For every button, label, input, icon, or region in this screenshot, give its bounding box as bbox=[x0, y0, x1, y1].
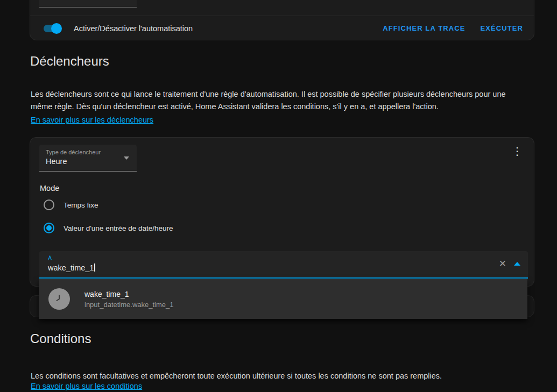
trigger-type-select[interactable]: Type de déclencheur Heure bbox=[39, 145, 137, 172]
clock-icon bbox=[48, 288, 70, 310]
suggestion-title: wake_time_1 bbox=[84, 290, 174, 298]
toggle-thumb bbox=[51, 23, 62, 34]
at-entity-input-label: À bbox=[48, 255, 521, 261]
radio-option-label: Valeur d'une entrée de date/heure bbox=[64, 224, 173, 232]
automation-mode-select[interactable] bbox=[39, 0, 137, 8]
conditions-learn-more-link[interactable]: En savoir plus sur les conditions bbox=[31, 382, 142, 390]
radio-option-label: Temps fixe bbox=[64, 201, 98, 209]
enable-automation-label: Activer/Désactiver l'automatisation bbox=[74, 24, 193, 33]
suggestion-texts: wake_time_1 input_datetime.wake_time_1 bbox=[84, 290, 174, 309]
text-caret bbox=[94, 263, 95, 272]
radio-option-datetime-entity[interactable]: Valeur d'une entrée de date/heure bbox=[40, 223, 173, 233]
conditions-description: Les conditions sont facultatives et empê… bbox=[31, 370, 521, 382]
entity-suggestion-dropdown: wake_time_1 input_datetime.wake_time_1 bbox=[39, 279, 527, 319]
chevron-up-icon[interactable] bbox=[514, 262, 520, 266]
show-trace-button[interactable]: Afficher la trace bbox=[383, 24, 465, 32]
triggers-section-title: Déclencheurs bbox=[30, 54, 109, 69]
enable-automation-row: Activer/Désactiver l'automatisation Affi… bbox=[30, 16, 534, 41]
conditions-section-title: Conditions bbox=[30, 331, 91, 346]
radio-icon bbox=[44, 223, 54, 233]
chevron-down-icon bbox=[124, 156, 129, 160]
triggers-description: Les déclencheurs sont ce qui lance le tr… bbox=[31, 88, 521, 113]
radio-option-fixed-time[interactable]: Temps fixe bbox=[40, 199, 98, 210]
mode-label: Mode bbox=[40, 184, 59, 193]
run-button[interactable]: Exécuter bbox=[480, 24, 523, 32]
at-entity-input-value: wake_time_1 bbox=[48, 263, 94, 272]
suggestion-subtitle: input_datetime.wake_time_1 bbox=[84, 301, 174, 309]
trigger-card: Type de déclencheur Heure ⋮ Mode Temps f… bbox=[30, 137, 534, 287]
radio-icon bbox=[44, 199, 54, 210]
automation-header-card: Activer/Désactiver l'automatisation Affi… bbox=[30, 0, 534, 40]
header-actions: Afficher la trace Exécuter bbox=[383, 24, 523, 32]
at-entity-input[interactable]: À wake_time_1 ✕ bbox=[39, 251, 528, 279]
trigger-type-select-label: Type de déclencheur bbox=[46, 149, 130, 155]
kebab-menu-icon[interactable]: ⋮ bbox=[509, 142, 526, 160]
triggers-learn-more-link[interactable]: En savoir plus sur les déclencheurs bbox=[31, 116, 153, 124]
trigger-type-select-value: Heure bbox=[46, 157, 130, 166]
entity-suggestion-item[interactable]: wake_time_1 input_datetime.wake_time_1 bbox=[39, 279, 527, 319]
clear-icon[interactable]: ✕ bbox=[499, 259, 506, 268]
enable-automation-toggle[interactable] bbox=[43, 23, 62, 34]
